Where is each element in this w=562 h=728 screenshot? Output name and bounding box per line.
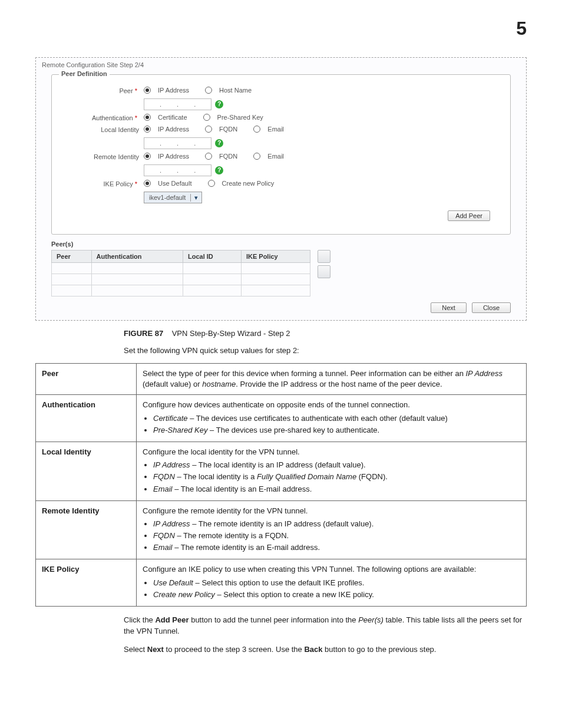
row-localid: Local Identity IP Address FQDN Email — [62, 126, 500, 134]
remoteid-radio-ip[interactable]: IP Address — [144, 153, 196, 160]
peer-radio-ip[interactable]: IP Address — [144, 87, 196, 94]
peer-radio-hostname[interactable]: Host Name — [205, 87, 259, 94]
localid-radio-email[interactable]: Email — [253, 126, 291, 133]
ike-dropdown-value: ikev1-default — [144, 194, 190, 201]
desc-val-peer: Select the type of peer for this device … — [137, 364, 527, 395]
next-button[interactable]: Next — [431, 302, 467, 313]
wizard-screenshot: Remote Configuration Site Step 2/4 Peer … — [35, 57, 527, 321]
opt-email2: Email — [267, 153, 284, 160]
page-number: 5 — [35, 18, 527, 39]
figure-caption: FIGURE 87 VPN Step-By-Step Wizard - Step… — [124, 329, 527, 338]
table-row — [52, 285, 310, 297]
ike-radio-create[interactable]: Create new Policy — [208, 180, 282, 187]
desc-val-ike: Configure an IKE policy to use when crea… — [137, 559, 527, 607]
help-icon[interactable]: ? — [215, 166, 223, 174]
edit-row-button[interactable] — [318, 250, 330, 263]
ike-label: IKE Policy — [104, 180, 133, 187]
ike-radio-default[interactable]: Use Default — [144, 180, 199, 187]
help-icon[interactable]: ? — [215, 139, 223, 147]
desc-key-remote: Remote Identity — [36, 500, 137, 559]
remoteid-label: Remote Identity — [62, 153, 144, 160]
paragraph-add-peer: Click the Add Peer button to add the tun… — [124, 615, 527, 637]
opt-fqdn2: FQDN — [219, 153, 237, 160]
help-icon[interactable]: ? — [215, 100, 223, 108]
peer-label: Peer — [119, 87, 133, 94]
row-remoteid: Remote Identity IP Address FQDN Email — [62, 153, 500, 161]
add-peer-button[interactable]: Add Peer — [448, 210, 490, 221]
paragraph-next: Select Next to proceed to the step 3 scr… — [124, 644, 527, 655]
row-peer: Peer * IP Address Host Name — [62, 87, 500, 95]
desc-key-auth: Authentication — [36, 395, 137, 442]
peer-ip-input[interactable]: ... — [144, 98, 211, 110]
localid-radio-fqdn[interactable]: FQDN — [205, 126, 244, 133]
ike-dropdown[interactable]: ikev1-default ▾ — [144, 192, 202, 203]
desc-val-local: Configure the local identity for the VPN… — [137, 442, 527, 500]
table-row — [52, 263, 310, 274]
localid-label: Local Identity — [62, 126, 144, 133]
th-peer: Peer — [52, 251, 92, 263]
peer-definition-legend: Peer Definition — [59, 70, 110, 77]
th-ikepolicy: IKE Policy — [241, 251, 310, 263]
auth-radio-psk[interactable]: Pre-Shared Key — [203, 114, 270, 121]
opt-email: Email — [267, 126, 284, 133]
desc-key-local: Local Identity — [36, 442, 137, 500]
peer-definition-group: Peer Definition Peer * IP Address Host N… — [51, 74, 511, 235]
desc-val-auth: Configure how devices authenticate on op… — [137, 395, 527, 442]
peers-table: Peer Authentication Local ID IKE Policy — [51, 250, 511, 297]
remoteid-radio-fqdn[interactable]: FQDN — [205, 153, 244, 160]
close-button[interactable]: Close — [472, 302, 511, 313]
opt-psk: Pre-Shared Key — [217, 114, 263, 121]
auth-label: Authentication — [92, 114, 133, 121]
peers-heading: Peer(s) — [51, 241, 520, 248]
auth-radio-cert[interactable]: Certificate — [144, 114, 194, 121]
localid-ip-input[interactable]: ... — [144, 137, 211, 149]
localid-radio-ip[interactable]: IP Address — [144, 126, 196, 133]
opt-def: Use Default — [158, 180, 191, 187]
figure-text: VPN Step-By-Step Wizard - Step 2 — [172, 329, 290, 338]
opt-fqdn: FQDN — [219, 126, 237, 133]
remoteid-ip-input[interactable]: ... — [144, 164, 211, 176]
opt-cert: Certificate — [158, 114, 187, 121]
desc-key-peer: Peer — [36, 364, 137, 395]
desc-val-remote: Configure the remote identity for the VP… — [137, 500, 527, 559]
opt-ip: IP Address — [158, 87, 189, 94]
remoteid-radio-email[interactable]: Email — [253, 153, 291, 160]
row-auth: Authentication * Certificate Pre-Shared … — [62, 114, 500, 122]
opt-hn: Host Name — [219, 87, 252, 94]
table-row — [52, 274, 310, 285]
desc-key-ike: IKE Policy — [36, 559, 137, 607]
figure-label: FIGURE 87 — [124, 329, 163, 338]
opt-ip3: IP Address — [158, 153, 189, 160]
delete-row-button[interactable] — [318, 265, 330, 278]
description-table: Peer Select the type of peer for this de… — [35, 363, 527, 607]
opt-new: Create new Policy — [222, 180, 275, 187]
opt-ip2: IP Address — [158, 126, 189, 133]
th-auth: Authentication — [91, 251, 183, 263]
chevron-down-icon: ▾ — [190, 194, 201, 202]
th-localid: Local ID — [183, 251, 242, 263]
wizard-title: Remote Configuration Site Step 2/4 — [42, 61, 520, 68]
intro-paragraph: Set the following VPN quick setup values… — [124, 346, 527, 355]
row-ike: IKE Policy * Use Default Create new Poli… — [62, 180, 500, 188]
